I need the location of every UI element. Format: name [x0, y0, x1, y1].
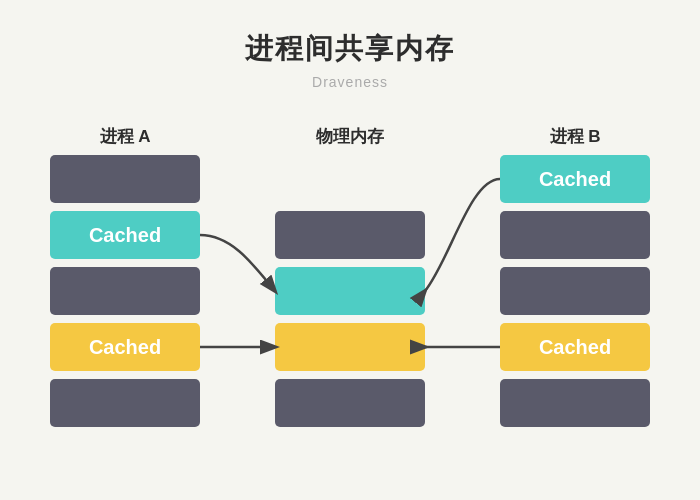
- phys-block-yellow: [275, 323, 425, 371]
- process-b-block-2: [500, 211, 650, 259]
- arrow-a-teal-to-phys: [200, 235, 275, 291]
- process-b-block-3: [500, 267, 650, 315]
- process-b-cached-yellow-label: Cached: [539, 336, 611, 358]
- arrow-b-teal-to-phys: [425, 179, 500, 291]
- diagram-svg: 进程 A 进程 B 物理内存 Cached Cached Cached: [20, 120, 680, 440]
- process-a-cached-teal-label: Cached: [89, 224, 161, 246]
- diagram: 进程 A 进程 B 物理内存 Cached Cached Cached: [20, 120, 680, 440]
- process-b-block-5: [500, 379, 650, 427]
- subtitle: Draveness: [312, 74, 388, 90]
- process-b-label: 进程 B: [549, 127, 601, 146]
- process-b-cached-teal-label: Cached: [539, 168, 611, 190]
- process-a-block-3: [50, 267, 200, 315]
- phys-block-1: [275, 211, 425, 259]
- phys-block-4: [275, 379, 425, 427]
- page-title: 进程间共享内存: [245, 30, 455, 68]
- process-a-cached-yellow-label: Cached: [89, 336, 161, 358]
- phys-mem-label: 物理内存: [315, 127, 384, 146]
- process-a-label: 进程 A: [99, 127, 151, 146]
- phys-block-teal: [275, 267, 425, 315]
- process-a-block-5: [50, 379, 200, 427]
- process-a-block-1: [50, 155, 200, 203]
